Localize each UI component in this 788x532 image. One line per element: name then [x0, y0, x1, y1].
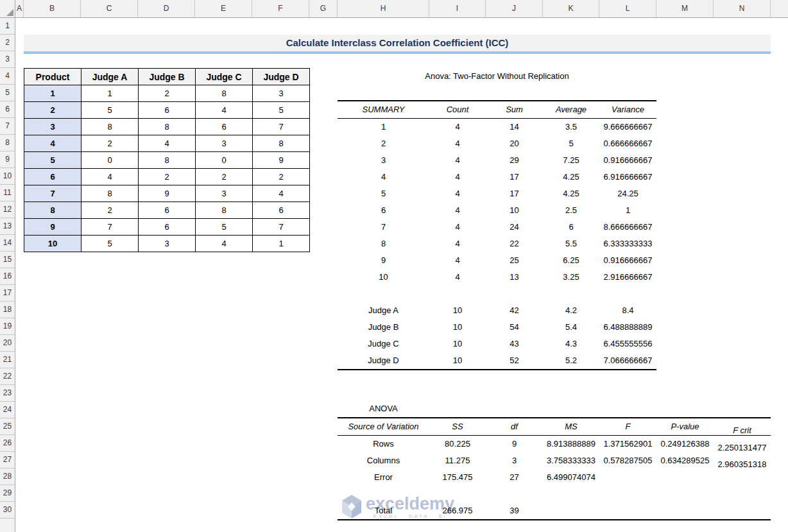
summary-cell[interactable]: 43 [486, 336, 543, 352]
anova-header-cell[interactable]: SS [429, 418, 486, 436]
summary-header-cell[interactable]: SUMMARY [338, 101, 429, 119]
score-cell[interactable]: 3 [253, 85, 310, 102]
summary-cell[interactable]: 4.25 [543, 185, 599, 202]
row-header-29[interactable]: 29 [0, 485, 15, 502]
summary-cell[interactable]: 9.666666667 [599, 119, 656, 136]
anova-header-cell[interactable]: P-value [656, 418, 714, 436]
summary-cell[interactable]: 6.488888889 [599, 319, 656, 336]
score-cell[interactable]: 6 [139, 202, 196, 219]
score-cell[interactable]: 5 [196, 219, 253, 236]
select-all-button[interactable] [0, 0, 15, 17]
score-cell[interactable]: 4 [196, 102, 253, 119]
row-header-18[interactable]: 18 [0, 302, 15, 318]
product-table-header-cell[interactable]: Judge A [81, 69, 139, 85]
score-cell[interactable]: 8 [139, 152, 196, 169]
summary-cell[interactable]: Judge C [338, 336, 429, 352]
summary-cell[interactable] [486, 286, 543, 302]
anova-cell[interactable] [656, 469, 714, 486]
anova-cell[interactable]: 39 [486, 502, 543, 519]
summary-cell[interactable]: 3.25 [543, 269, 599, 286]
summary-cell[interactable]: 6 [338, 202, 429, 219]
spreadsheet-grid[interactable]: exceldemy EXCEL · DATA · BI Calculate In… [15, 18, 788, 532]
anova-header-cell[interactable]: Source of Variation [338, 418, 429, 436]
product-table-header-cell[interactable]: Judge B [139, 69, 196, 85]
summary-cell[interactable] [429, 286, 486, 302]
anova-label[interactable]: ANOVA [338, 400, 429, 417]
summary-cell[interactable]: 6.455555556 [599, 336, 656, 352]
summary-cell[interactable]: 9 [338, 252, 429, 269]
summary-cell[interactable]: 4 [429, 169, 486, 185]
summary-cell[interactable]: 10 [429, 319, 486, 336]
row-header-11[interactable]: 11 [0, 185, 15, 202]
summary-cell[interactable]: 8 [338, 236, 429, 252]
column-header-partial[interactable] [771, 0, 788, 17]
column-header-M[interactable]: M [656, 0, 714, 17]
anova-cell[interactable] [599, 502, 656, 519]
column-header-I[interactable]: I [429, 0, 486, 17]
summary-cell[interactable]: 4 [429, 185, 486, 202]
row-header-22[interactable]: 22 [0, 368, 15, 385]
score-cell[interactable]: 5 [81, 236, 139, 252]
anova-cell[interactable]: 0.578287505 [599, 452, 656, 469]
row-header-21[interactable]: 21 [0, 352, 15, 368]
product-id-cell[interactable]: 7 [24, 185, 81, 202]
summary-cell[interactable]: 29 [486, 152, 543, 169]
anova-output-title[interactable]: Anova: Two-Factor Without Replication [338, 68, 656, 85]
summary-cell[interactable]: 7.066666667 [599, 352, 656, 369]
summary-cell[interactable]: 4 [429, 219, 486, 236]
summary-cell[interactable]: 4.2 [543, 302, 599, 319]
anova-cell[interactable]: Error [338, 469, 429, 486]
row-header-14[interactable]: 14 [0, 235, 15, 252]
score-cell[interactable]: 8 [81, 119, 139, 135]
product-id-cell[interactable]: 4 [24, 135, 81, 152]
summary-cell[interactable]: 6 [543, 219, 599, 236]
summary-cell[interactable]: 22 [486, 236, 543, 252]
product-id-cell[interactable]: 3 [24, 119, 81, 135]
row-header-16[interactable]: 16 [0, 268, 15, 285]
score-cell[interactable]: 4 [139, 135, 196, 152]
row-header-13[interactable]: 13 [0, 218, 15, 235]
column-header-L[interactable]: L [599, 0, 656, 17]
anova-cell[interactable] [656, 502, 714, 519]
anova-cell[interactable]: 6.499074074 [543, 469, 599, 486]
row-header-26[interactable]: 26 [0, 435, 15, 452]
product-id-cell[interactable]: 10 [24, 236, 81, 252]
summary-cell[interactable]: 10 [429, 352, 486, 369]
score-cell[interactable]: 3 [196, 135, 253, 152]
row-header-2[interactable]: 2 [0, 35, 15, 51]
score-cell[interactable]: 3 [196, 185, 253, 202]
summary-cell[interactable]: 4 [429, 236, 486, 252]
score-cell[interactable]: 8 [196, 85, 253, 102]
summary-cell[interactable]: 14 [486, 119, 543, 136]
summary-cell[interactable]: 4 [429, 152, 486, 169]
score-cell[interactable]: 6 [196, 119, 253, 135]
summary-cell[interactable]: 3.5 [543, 119, 599, 136]
anova-cell[interactable] [429, 486, 486, 502]
row-header-20[interactable]: 20 [0, 335, 15, 352]
score-cell[interactable]: 9 [139, 185, 196, 202]
score-cell[interactable]: 2 [81, 202, 139, 219]
summary-cell[interactable]: 0.916666667 [599, 152, 656, 169]
row-header-30[interactable]: 30 [0, 502, 15, 519]
anova-cell[interactable] [543, 502, 599, 519]
summary-cell[interactable]: 24 [486, 219, 543, 236]
anova-cell[interactable] [543, 486, 599, 502]
summary-cell[interactable]: 54 [486, 319, 543, 336]
column-header-C[interactable]: C [81, 0, 138, 17]
product-id-cell[interactable]: 8 [24, 202, 81, 219]
summary-cell[interactable]: 13 [486, 269, 543, 286]
anova-cell[interactable]: Columns [338, 452, 429, 469]
product-id-cell[interactable]: 9 [24, 219, 81, 236]
product-id-cell[interactable]: 1 [24, 85, 81, 102]
summary-cell[interactable]: 20 [486, 135, 543, 152]
summary-cell[interactable]: 6.333333333 [599, 236, 656, 252]
row-header-23[interactable]: 23 [0, 385, 15, 402]
anova-header-cell[interactable]: MS [543, 418, 599, 436]
summary-cell[interactable]: 2.916666667 [599, 269, 656, 286]
product-table-header-cell[interactable]: Judge D [253, 69, 310, 85]
product-id-cell[interactable]: 2 [24, 102, 81, 119]
product-table-header-cell[interactable]: Product [24, 69, 81, 85]
summary-cell[interactable]: 10 [429, 336, 486, 352]
summary-cell[interactable] [338, 286, 429, 302]
anova-cell[interactable]: 27 [486, 469, 543, 486]
